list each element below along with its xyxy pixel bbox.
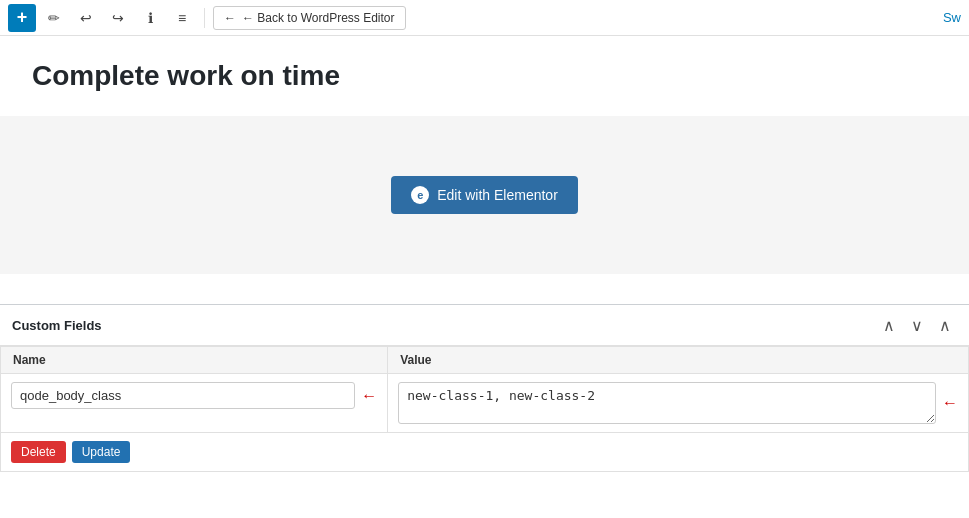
page-title: Complete work on time xyxy=(32,60,937,92)
undo-button[interactable]: ↩ xyxy=(72,4,100,32)
pencil-button[interactable]: ✏ xyxy=(40,4,68,32)
update-button[interactable]: Update xyxy=(72,441,131,463)
collapse-icon: ∧ xyxy=(939,316,951,335)
info-button[interactable]: ℹ xyxy=(136,4,164,32)
toolbar-divider xyxy=(204,8,205,28)
elementor-section: e Edit with Elementor xyxy=(0,116,969,274)
main-content: Complete work on time xyxy=(0,36,969,116)
back-arrow-icon: ← xyxy=(224,11,236,25)
elementor-icon: e xyxy=(411,186,429,204)
cf-value-input[interactable] xyxy=(398,382,936,424)
sw-label[interactable]: Sw xyxy=(943,10,961,25)
list-button[interactable]: ≡ xyxy=(168,4,196,32)
cf-name-wrapper: ← xyxy=(11,382,377,409)
cf-collapse-button[interactable]: ∧ xyxy=(933,313,957,337)
undo-icon: ↩ xyxy=(80,10,92,26)
chevron-down-icon: ∨ xyxy=(911,316,923,335)
red-arrow-icon: ← xyxy=(361,387,377,405)
edit-with-elementor-button[interactable]: e Edit with Elementor xyxy=(391,176,578,214)
cf-actions: Delete Update xyxy=(0,433,969,472)
cf-name-header: Name xyxy=(1,347,388,374)
cf-table-header-row: Name Value xyxy=(1,347,969,374)
list-icon: ≡ xyxy=(178,10,186,26)
redo-icon: ↪ xyxy=(112,10,124,26)
redo-button[interactable]: ↪ xyxy=(104,4,132,32)
cf-header-controls: ∧ ∨ ∧ xyxy=(877,313,957,337)
cf-name-cell: ← xyxy=(1,374,388,433)
toolbar: + ✏ ↩ ↪ ℹ ≡ ← ← Back to WordPress Editor… xyxy=(0,0,969,36)
cf-value-header: Value xyxy=(388,347,969,374)
edit-elementor-label: Edit with Elementor xyxy=(437,187,558,203)
plus-icon: + xyxy=(17,7,28,28)
cf-name-input[interactable] xyxy=(11,382,355,409)
custom-fields-section: Custom Fields ∧ ∨ ∧ Name Value xyxy=(0,304,969,472)
red-arrow-value-icon: ← xyxy=(942,394,958,412)
section-spacer xyxy=(0,274,969,304)
info-icon: ℹ xyxy=(148,10,153,26)
cf-up-button[interactable]: ∧ xyxy=(877,313,901,337)
pencil-icon: ✏ xyxy=(48,10,60,26)
cf-value-wrapper: ← xyxy=(398,382,958,424)
table-row: ← ← xyxy=(1,374,969,433)
delete-button[interactable]: Delete xyxy=(11,441,66,463)
back-button-label: ← Back to WordPress Editor xyxy=(242,11,395,25)
add-button[interactable]: + xyxy=(8,4,36,32)
custom-fields-title: Custom Fields xyxy=(12,318,102,333)
custom-fields-header: Custom Fields ∧ ∨ ∧ xyxy=(0,305,969,346)
chevron-up-icon: ∧ xyxy=(883,316,895,335)
cf-value-cell: ← xyxy=(388,374,969,433)
custom-fields-table: Name Value ← ← xyxy=(0,346,969,433)
back-to-wordpress-editor-button[interactable]: ← ← Back to WordPress Editor xyxy=(213,6,406,30)
cf-down-button[interactable]: ∨ xyxy=(905,313,929,337)
